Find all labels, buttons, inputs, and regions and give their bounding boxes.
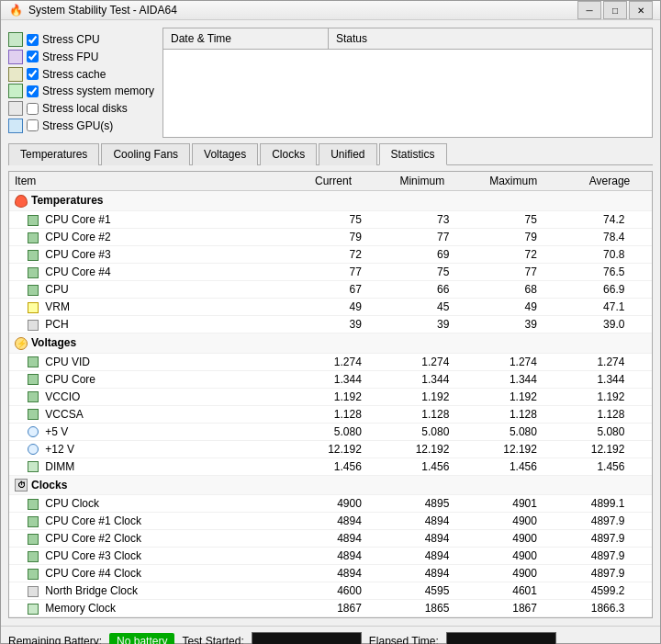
current-cell: 4894 [279,548,367,565]
spacer-cell [630,495,652,513]
stress-cpu-icon [8,32,23,47]
spacer-cell [630,582,652,600]
data-table-container: Item Current Minimum Maximum Average Tem… [8,171,653,618]
item-cell: VRM [9,298,279,315]
item-icon [28,516,39,527]
stress-cpu-item: Stress CPU [8,31,155,48]
item-icon [28,444,39,455]
stress-fpu-label: Stress FPU [42,51,98,63]
item-cell: CPU Core #2 [9,228,279,245]
stats-data-table: Temperatures CPU Core #1 75 73 75 74.2 C… [9,191,652,617]
tab-temperatures[interactable]: Temperatures [8,143,99,165]
current-cell: 1.128 [279,405,367,423]
item-icon [28,409,39,420]
tabs-bar: Temperatures Cooling Fans Voltages Clock… [8,143,653,165]
item-cell: CPU Core #3 Clock [9,548,279,565]
item-cell: North Bridge Clock [9,582,279,600]
tab-voltages[interactable]: Voltages [192,143,258,165]
maximize-button[interactable]: □ [603,1,627,19]
current-cell: 79 [279,228,367,245]
average-cell: 74.2 [543,210,631,228]
stress-cache-checkbox[interactable] [27,68,39,80]
stress-fpu-item: Stress FPU [8,49,155,65]
spacer-cell [630,370,652,388]
stress-memory-icon [8,84,23,98]
minimum-cell: 4894 [367,513,455,530]
current-cell: 5.080 [279,423,367,440]
section-row: Temperatures [9,191,652,210]
average-cell: 47.1 [543,298,631,315]
spacer-cell [630,513,652,530]
maximum-cell: 4901 [454,495,543,513]
minimum-cell: 1.274 [367,353,455,370]
item-icon [28,391,39,402]
stress-fpu-checkbox[interactable] [27,51,39,62]
table-row: CPU VID 1.274 1.274 1.274 1.274 [9,353,652,370]
table-row: Memory Clock 1867 1865 1867 1866.3 [9,600,652,617]
close-title-button[interactable]: ✕ [629,1,653,19]
current-cell: 1.456 [279,458,367,475]
battery-value: No battery [109,633,174,644]
item-icon [28,461,39,472]
tab-unified[interactable]: Unified [319,143,376,165]
average-cell: 4897.9 [543,548,631,565]
item-cell: CPU Core #4 Clock [9,565,279,582]
average-cell: 1.128 [543,405,631,423]
tab-cooling-fans[interactable]: Cooling Fans [101,143,190,165]
stress-cpu-label: Stress CPU [42,33,100,46]
tab-statistics[interactable]: Statistics [379,143,447,165]
table-scroll-area[interactable]: Temperatures CPU Core #1 75 73 75 74.2 C… [9,191,652,617]
minimum-cell: 77 [367,228,455,245]
table-row: CPU Core 1.344 1.344 1.344 1.344 [9,370,652,388]
stress-gpu-checkbox[interactable] [27,119,39,131]
item-icon [28,356,39,367]
table-row: CPU Core #4 Clock 4894 4894 4900 4897.9 [9,565,652,582]
maximum-cell: 49 [454,298,543,315]
minimum-cell: 66 [367,280,455,298]
table-row: CPU Clock 4900 4895 4901 4899.1 [9,495,652,513]
minimum-cell: 4894 [367,530,455,548]
minimum-cell: 45 [367,298,455,315]
elapsed-value [446,632,556,644]
stress-memory-label: Stress system memory [42,85,154,97]
stress-cache-item: Stress cache [8,66,155,83]
current-cell: 72 [279,245,367,263]
status-col-datetime: Date & Time [163,28,329,49]
average-cell: 39.0 [543,315,631,333]
stress-gpu-item: Stress GPU(s) [8,118,155,134]
stress-gpu-label: Stress GPU(s) [42,119,113,132]
stress-memory-checkbox[interactable] [27,85,39,97]
current-cell: 4900 [279,495,367,513]
spacer-cell [630,353,652,370]
col-current-header: Current [264,172,357,191]
col-spacer-header [635,172,652,191]
maximum-cell: 75 [454,210,543,228]
spacer-cell [630,228,652,245]
average-cell: 4897.9 [543,565,631,582]
item-cell: +5 V [9,423,279,440]
test-started-value [252,632,362,644]
maximum-cell: 1.274 [454,353,543,370]
spacer-cell [630,600,652,617]
minimize-button[interactable]: ─ [577,1,601,19]
tab-clocks[interactable]: Clocks [260,143,317,165]
status-header: Date & Time Status [163,28,652,50]
maximum-cell: 72 [454,245,543,263]
item-cell: Memory Clock [9,600,279,617]
current-cell: 1.192 [279,388,367,405]
bottom-status-bar: Remaining Battery: No battery Test Start… [1,626,660,644]
average-cell: 1.344 [543,370,631,388]
item-icon [28,250,39,261]
item-cell: CPU VID [9,353,279,370]
elapsed-label: Elapsed Time: [369,635,439,644]
spacer-cell [630,530,652,548]
section-row: ⏱Clocks [9,475,652,495]
minimum-cell: 75 [367,263,455,280]
stress-cpu-checkbox[interactable] [27,34,39,46]
stress-disks-checkbox[interactable] [27,103,39,115]
stress-cache-label: Stress cache [42,68,106,81]
maximum-cell: 5.080 [454,423,543,440]
minimum-cell: 1.128 [367,405,455,423]
spacer-cell [630,548,652,565]
window-controls: ─ □ ✕ [577,1,653,19]
